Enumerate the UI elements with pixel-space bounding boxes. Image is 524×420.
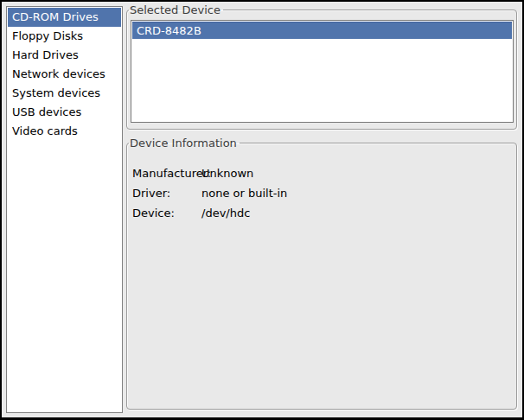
selected-device-list: CRD-8482B — [131, 20, 514, 123]
device-label: Device: — [132, 203, 201, 223]
driver-label: Driver: — [132, 183, 201, 203]
sidebar-item-video-cards[interactable]: Video cards — [8, 122, 121, 141]
info-row-device: Device: /dev/hdc — [132, 203, 287, 223]
manufacturer-value: Unknown — [201, 163, 253, 183]
hardware-browser-window: CD-ROM Drives Floppy Disks Hard Drives N… — [0, 0, 524, 420]
device-category-list: CD-ROM Drives Floppy Disks Hard Drives N… — [6, 6, 123, 413]
sidebar-item-network-devices[interactable]: Network devices — [8, 65, 121, 84]
sidebar-item-floppy-disks[interactable]: Floppy Disks — [8, 27, 121, 46]
device-information-frame: Device Information Manufacturer: Unknown… — [126, 137, 517, 410]
manufacturer-label: Manufacturer: — [132, 163, 201, 183]
sidebar-item-hard-drives[interactable]: Hard Drives — [8, 46, 121, 65]
selected-device-frame: Selected Device CRD-8482B — [126, 3, 517, 130]
sidebar-item-system-devices[interactable]: System devices — [8, 84, 121, 103]
driver-value: none or built-in — [201, 183, 287, 203]
device-information-grid: Manufacturer: Unknown Driver: none or bu… — [132, 163, 287, 223]
selected-device-frame-title: Selected Device — [129, 3, 223, 16]
sidebar-item-usb-devices[interactable]: USB devices — [8, 103, 121, 122]
device-row-crd-8482b[interactable]: CRD-8482B — [132, 22, 512, 39]
info-row-driver: Driver: none or built-in — [132, 183, 287, 203]
sidebar-item-cdrom-drives[interactable]: CD-ROM Drives — [8, 8, 121, 27]
device-value: /dev/hdc — [201, 203, 250, 223]
info-row-manufacturer: Manufacturer: Unknown — [132, 163, 287, 183]
device-information-frame-title: Device Information — [129, 137, 240, 150]
